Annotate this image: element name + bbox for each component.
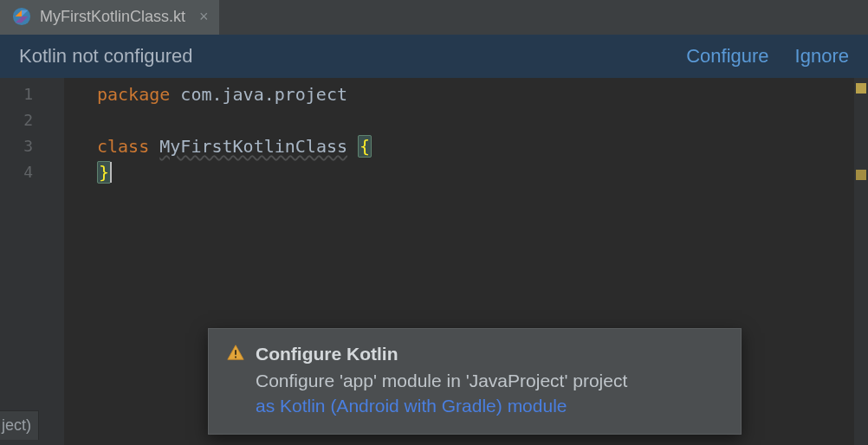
banner-ignore-link[interactable]: Ignore <box>795 45 849 68</box>
line-number: 4 <box>0 159 64 185</box>
file-tab-label: MyFirstKotlinClass.kt <box>40 8 185 26</box>
intention-description: Configure 'app' module in 'JavaProject' … <box>256 369 723 418</box>
warning-marker[interactable] <box>856 83 866 94</box>
line-number: 3 <box>0 133 64 159</box>
keyword-package: package <box>97 84 170 105</box>
code-line: } <box>64 159 854 185</box>
line-number-gutter: 1 2 3 4 <box>0 78 64 445</box>
code-line <box>64 107 854 133</box>
kotlin-config-banner: Kotlin not configured Configure Ignore <box>0 35 868 78</box>
intention-title: Configure Kotlin <box>256 344 398 364</box>
intention-desc-text: Configure 'app' module in 'JavaProject' … <box>256 371 627 390</box>
error-stripe <box>854 78 868 445</box>
file-tab[interactable]: MyFirstKotlinClass.kt × <box>0 0 219 35</box>
banner-configure-link[interactable]: Configure <box>686 45 768 68</box>
svg-rect-2 <box>235 357 236 358</box>
text-cursor <box>110 162 112 183</box>
warning-marker[interactable] <box>856 170 866 180</box>
line-number: 1 <box>0 81 64 107</box>
line-number: 2 <box>0 107 64 133</box>
svg-rect-1 <box>235 351 236 356</box>
code-line: package com.java.project <box>64 81 854 107</box>
intention-popup[interactable]: Configure Kotlin Configure 'app' module … <box>208 328 742 435</box>
keyword-class: class <box>97 136 149 157</box>
code-line: class MyFirstKotlinClass { <box>64 133 854 159</box>
banner-message: Kotlin not configured <box>19 45 660 68</box>
warning-icon <box>226 343 245 365</box>
close-tab-icon[interactable]: × <box>199 8 209 26</box>
class-name: MyFirstKotlinClass <box>159 136 347 157</box>
kotlin-file-icon <box>12 7 31 26</box>
brace-open: { <box>358 135 372 158</box>
intention-desc-link[interactable]: as Kotlin (Android with Gradle) module <box>256 396 567 416</box>
editor-tab-bar: MyFirstKotlinClass.kt × <box>0 0 868 35</box>
brace-close: } <box>97 161 111 184</box>
package-name: com.java.project <box>170 84 347 105</box>
breadcrumb-fragment: ject) <box>0 410 39 440</box>
